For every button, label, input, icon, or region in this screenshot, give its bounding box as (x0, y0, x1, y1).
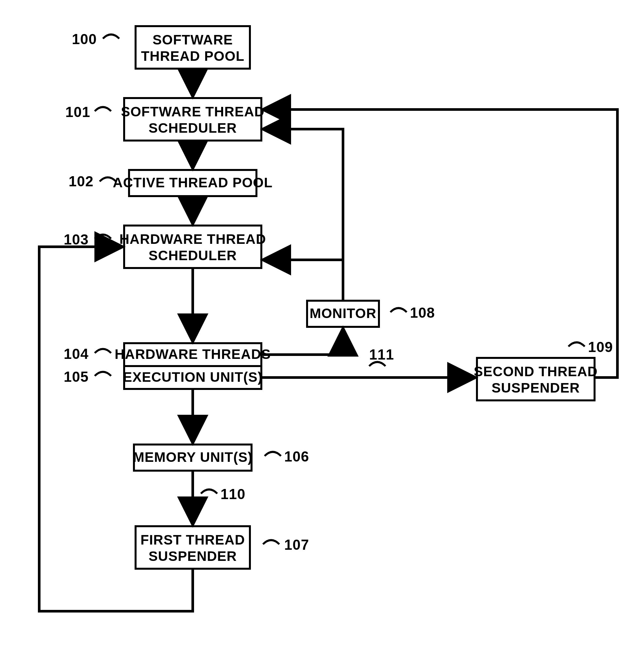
block-label: SCHEDULER (149, 248, 237, 263)
lead-line (103, 35, 119, 39)
ref-111: 111 (369, 346, 394, 362)
ref-107: 107 (284, 537, 309, 553)
block-software-thread-scheduler: SOFTWARE THREAD SCHEDULER (121, 98, 265, 141)
block-label: ACTIVE THREAD POOL (113, 175, 272, 190)
ref-101: 101 (65, 104, 90, 120)
block-label: MEMORY UNIT(S) (133, 449, 253, 465)
lead-line (568, 343, 585, 347)
block-label: SCHEDULER (149, 120, 237, 136)
block-label: SUSPENDER (149, 548, 237, 564)
ref-105: 105 (64, 369, 88, 385)
lead-line (263, 540, 279, 544)
block-label: HARDWARE THREADS (115, 346, 271, 362)
block-active-thread-pool: ACTIVE THREAD POOL (113, 170, 272, 196)
block-second-thread-suspender: SECOND THREAD SUSPENDER (474, 358, 598, 400)
block-hardware-thread-scheduler: HARDWARE THREAD SCHEDULER (120, 226, 266, 268)
block-memory-units: MEMORY UNIT(S) (133, 444, 253, 471)
block-label: SUSPENDER (492, 380, 580, 395)
block-execution-units: EXECUTION UNIT(S) (123, 366, 263, 389)
arrow-104-to-108 (261, 328, 343, 355)
block-label: SOFTWARE THREAD (121, 104, 265, 119)
lead-line (95, 349, 111, 353)
lead-line (95, 107, 111, 112)
block-first-thread-suspender: FIRST THREAD SUSPENDER (136, 526, 250, 569)
lead-line (390, 308, 407, 312)
lead-line (265, 452, 281, 456)
block-hardware-threads: HARDWARE THREADS (115, 343, 271, 366)
arrow-109-to-101 (263, 110, 617, 377)
ref-110: 110 (220, 486, 245, 502)
block-label: MONITOR (310, 306, 377, 321)
block-monitor: MONITOR (307, 301, 379, 327)
block-label: FIRST THREAD (140, 532, 245, 547)
block-label: EXECUTION UNIT(S) (123, 369, 263, 385)
arrow-108-to-103 (263, 260, 343, 301)
lead-line (369, 362, 385, 366)
diagram-canvas: SOFTWARE THREAD POOL 100 SOFTWARE THREAD… (0, 0, 638, 672)
lead-line (95, 235, 111, 239)
lead-line (95, 372, 111, 376)
arrow-108-to-101 (263, 129, 343, 301)
block-label: THREAD POOL (141, 48, 245, 64)
ref-109: 109 (588, 339, 613, 355)
ref-108: 108 (410, 305, 435, 321)
block-label: SOFTWARE (153, 32, 233, 47)
ref-104: 104 (64, 346, 88, 362)
ref-106: 106 (284, 448, 309, 464)
ref-100: 100 (72, 31, 97, 47)
ref-102: 102 (69, 173, 94, 189)
block-label: HARDWARE THREAD (120, 231, 266, 247)
ref-103: 103 (64, 231, 88, 247)
lead-line (201, 490, 217, 494)
block-label: SECOND THREAD (474, 364, 598, 379)
block-software-thread-pool: SOFTWARE THREAD POOL (136, 26, 250, 69)
